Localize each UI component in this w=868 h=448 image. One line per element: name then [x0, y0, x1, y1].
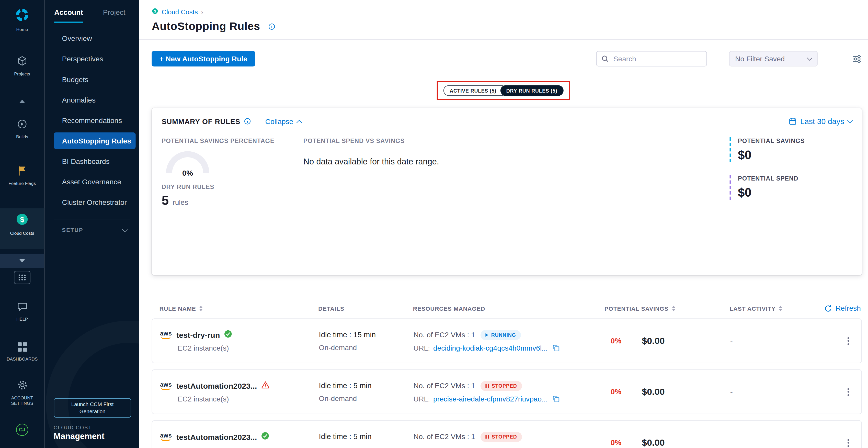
avatar[interactable]: CJ — [16, 424, 28, 436]
potential-savings-label: POTENTIAL SAVINGS — [738, 137, 852, 144]
dry-run-rules-tab[interactable]: DRY RUN RULES (5) — [500, 85, 563, 96]
rules-toggle-row: ACTIVE RULES (5) DRY RUN RULES (5) — [139, 81, 868, 100]
nav-help[interactable]: HELP — [0, 302, 44, 323]
settings-gear-icon — [17, 380, 27, 392]
new-autostopping-rule-button[interactable]: + New AutoStopping Rule — [152, 51, 255, 66]
savings-percentage-value: 0% — [182, 169, 193, 177]
table-row[interactable]: aws testAutomation2023... EC2 instance(s… — [152, 369, 862, 414]
rule-url-link[interactable]: precise-airedale-cfpmv827riuvpao... — [433, 394, 548, 403]
tab-account[interactable]: Account — [54, 8, 83, 23]
kebab-menu-icon[interactable] — [845, 437, 851, 448]
nav-dashboards[interactable]: DASHBOARDS — [0, 342, 44, 362]
kebab-menu-icon[interactable] — [845, 335, 851, 347]
table-row[interactable]: aws testAutomation2023... Idle time : 5 … — [152, 420, 862, 448]
nav-builds[interactable]: Builds — [0, 118, 44, 140]
sidebar-item-budgets[interactable]: Budgets — [54, 71, 136, 87]
collapse-label: Collapse — [265, 117, 293, 125]
idle-time: Idle time : 5 min — [319, 432, 413, 441]
search-box — [596, 51, 707, 66]
module-picker-button[interactable] — [0, 270, 44, 285]
search-input[interactable] — [596, 51, 707, 66]
sidebar-item-cluster-orchestrator[interactable]: Cluster Orchestrator — [54, 194, 136, 210]
scope-tabs: Account Project — [45, 0, 139, 23]
calendar-icon — [788, 117, 796, 125]
sidebar-item-overview[interactable]: Overview — [54, 30, 136, 47]
savings-amount: $0.00 — [642, 335, 664, 346]
module-rail: Home Projects Builds Feature Flags $ Clo… — [0, 0, 44, 448]
sidebar-item-perspectives[interactable]: Perspectives — [54, 50, 136, 67]
vm-count: No. of EC2 VMs : 1 — [413, 432, 475, 441]
footer-kicker: CLOUD COST — [54, 425, 130, 430]
sidebar-item-asset-governance[interactable]: Asset Governance — [54, 173, 136, 190]
date-range-picker[interactable]: Last 30 days — [788, 117, 852, 126]
col-rule-name[interactable]: RULE NAME — [159, 305, 318, 311]
sort-icon[interactable] — [199, 305, 203, 311]
builds-icon — [17, 118, 28, 131]
user-menu[interactable]: CJ — [0, 423, 44, 437]
rail-scroll-up[interactable] — [0, 99, 44, 104]
summary-card-header: SUMMARY OF RULES Collapse Last 30 days — [161, 117, 852, 126]
refresh-icon — [825, 304, 832, 312]
nav-feature-flags[interactable]: Feature Flags — [0, 165, 44, 186]
summary-title: SUMMARY OF RULES — [161, 117, 240, 125]
col-potential-savings[interactable]: POTENTIAL SAVINGS — [604, 305, 730, 311]
copy-icon[interactable] — [553, 344, 560, 351]
sidebar-item-autostopping-rules[interactable]: AutoStopping Rules — [54, 132, 136, 149]
chevron-up-icon — [296, 120, 302, 125]
rule-name: test-dry-run — [176, 330, 220, 339]
rule-type: EC2 instance(s) — [178, 394, 319, 403]
tab-project[interactable]: Project — [103, 8, 125, 23]
play-icon — [486, 333, 489, 336]
saved-filter-dropdown[interactable]: No Filter Saved — [729, 51, 818, 66]
setup-section-toggle[interactable]: SETUP — [62, 227, 127, 233]
summary-card-body: POTENTIAL SAVINGS PERCENTAGE 0% DRY RUN … — [161, 137, 852, 213]
page-title: AutoStopping Rules — [152, 20, 260, 33]
nav-cloud-costs[interactable]: $ Cloud Costs — [0, 213, 44, 237]
aws-icon: aws — [160, 382, 172, 390]
url-label: URL: — [413, 344, 430, 352]
info-icon[interactable] — [244, 118, 251, 124]
active-rules-tab[interactable]: ACTIVE RULES (5) — [443, 85, 507, 96]
module-grid-icon — [14, 271, 30, 284]
sort-icon[interactable] — [672, 305, 675, 311]
nav-help-label: HELP — [17, 317, 28, 323]
footer-title: Management — [54, 431, 130, 441]
pause-icon — [486, 435, 489, 439]
projects-icon — [17, 56, 28, 68]
savings-amount: $0.00 — [642, 438, 664, 448]
nav-account-settings[interactable]: ACCOUNT SETTINGS — [0, 380, 44, 407]
sidebar-item-bi-dashboards[interactable]: BI Dashboards — [54, 153, 136, 170]
saved-filter-value: No Filter Saved — [735, 55, 785, 63]
potential-spend-label: POTENTIAL SPEND — [738, 175, 852, 182]
vm-count: No. of EC2 VMs : 1 — [413, 331, 475, 339]
summary-of-rules-card: SUMMARY OF RULES Collapse Last 30 days P… — [152, 108, 862, 275]
table-row[interactable]: aws test-dry-run EC2 instance(s) Idle ti… — [152, 318, 862, 363]
savings-percent: 0% — [611, 388, 621, 396]
sidebar-item-anomalies[interactable]: Anomalies — [54, 91, 136, 108]
kebab-menu-icon[interactable] — [845, 386, 851, 398]
success-icon — [224, 330, 232, 340]
col-last-activity[interactable]: LAST ACTIVITY — [730, 305, 814, 311]
dry-run-count: 5 — [161, 193, 169, 208]
nav-cloud-costs-label: Cloud Costs — [10, 231, 34, 237]
filter-panel-icon[interactable] — [852, 55, 862, 63]
rule-url-link[interactable]: deciding-kodiak-cg4qcs4h0mmv6l... — [433, 344, 548, 352]
info-icon[interactable] — [268, 23, 275, 30]
svg-text:$: $ — [20, 215, 24, 223]
sidebar-item-recommendations[interactable]: Recommendations — [54, 112, 136, 128]
rail-scroll-down[interactable] — [0, 253, 44, 268]
copy-icon[interactable] — [553, 395, 560, 402]
dry-run-unit: rules — [173, 198, 188, 206]
collapse-toggle[interactable]: Collapse — [265, 117, 301, 125]
nav-projects[interactable]: Projects — [0, 56, 44, 77]
chevron-down-icon — [847, 118, 852, 123]
dry-run-rules-label: DRY RUN RULES — [161, 183, 303, 190]
savings-percent: 0% — [611, 439, 621, 447]
aws-icon: aws — [160, 331, 172, 339]
launch-ccm-first-gen-button[interactable]: Launch CCM First Generation — [54, 398, 131, 418]
breadcrumb-cloud-costs[interactable]: Cloud Costs — [161, 8, 198, 16]
chevron-up-icon — [20, 100, 25, 103]
refresh-button[interactable]: Refresh — [814, 304, 862, 312]
sort-icon[interactable] — [779, 305, 782, 311]
nav-home[interactable]: Home — [0, 8, 44, 32]
